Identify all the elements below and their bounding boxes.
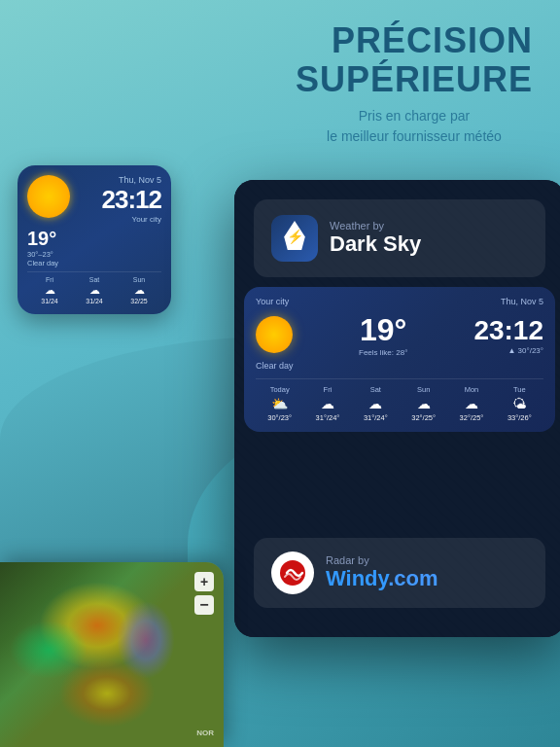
tablet-forecast-sun: Sun ☁ 32°/25°	[400, 385, 447, 422]
page-title-line1: PRÉCISION	[296, 21, 533, 60]
small-widget-time: 23:12	[102, 185, 162, 215]
subtitle-line1: Pris en charge par	[359, 108, 470, 124]
tablet-weather-widget: Your city Thu, Nov 5 19° Feels like: 28°…	[244, 287, 555, 432]
radar-zoom-out-button[interactable]: −	[194, 595, 214, 615]
radar-map: NOR + −	[0, 562, 224, 747]
small-forecast-sat: Sat ☁ 31/24	[72, 276, 117, 304]
tablet-screen: ⚡ Weather by Dark Sky Your city Thu, Nov…	[234, 180, 560, 637]
small-widget-forecast: Fri ☁ 31/24 Sat ☁ 31/24 Sun ☁ 32/25	[27, 271, 161, 304]
windy-panel: Radar by Windy.com	[254, 538, 545, 608]
tablet-temp-block: 19° Feels like: 28°	[359, 312, 407, 357]
dark-sky-panel: ⚡ Weather by Dark Sky	[254, 199, 545, 277]
page-title-line2: SUPÉRIEURE	[296, 60, 533, 99]
tablet-forecast-sat: Sat ☁ 31°/24°	[352, 385, 400, 422]
windy-text: Radar by Windy.com	[326, 554, 438, 591]
small-widget-header: Thu, Nov 5 23:12 Your city	[27, 175, 161, 224]
tablet-weather-header: Your city Thu, Nov 5	[256, 297, 543, 306]
tablet-condition: Clear day	[256, 361, 543, 371]
windy-logo	[271, 551, 314, 594]
weather-by-label: Weather by	[330, 220, 421, 231]
small-widget-temp: 19°	[27, 228, 58, 250]
tablet-city: Your city	[256, 297, 289, 306]
tablet-feels-like: Feels like: 28°	[359, 348, 407, 357]
tablet-weather-main: 19° Feels like: 28° 23:12 ▲ 30°/23°	[256, 312, 543, 357]
small-forecast-sun: Sun ☁ 32/25	[117, 276, 161, 304]
small-widget-city: Your city	[102, 215, 162, 224]
tablet-sun-icon	[256, 316, 293, 353]
tablet-time-block: 23:12 ▲ 30°/23°	[473, 315, 543, 355]
tablet-forecast-fri: Fri ☁ 31°/24°	[303, 385, 351, 422]
small-widget-bottom: 19° 30°–23° Clear day	[27, 228, 161, 267]
tablet-forecast-mon: Mon ☁ 32°/25°	[447, 385, 495, 422]
small-widget-temp-block: 19° 30°–23° Clear day	[27, 228, 58, 267]
radar-map-label: NOR	[196, 729, 214, 737]
windy-name: Windy.com	[326, 566, 438, 591]
small-forecast-fri: Fri ☁ 31/24	[27, 276, 72, 304]
app-screen: PRÉCISION SUPÉRIEURE Pris en charge par …	[0, 0, 560, 747]
lightning-icon: ⚡	[287, 229, 303, 244]
header-subtitle: Pris en charge par le meilleur fournisse…	[296, 106, 533, 147]
tablet-device: ⚡ Weather by Dark Sky Your city Thu, Nov…	[234, 180, 560, 637]
tablet-date: Thu, Nov 5	[501, 297, 543, 306]
small-widget-time-block: Thu, Nov 5 23:12 Your city	[102, 175, 162, 224]
dark-sky-name: Dark Sky	[330, 231, 421, 257]
small-widget-date: Thu, Nov 5	[102, 175, 162, 185]
radar-map-background: NOR + −	[0, 562, 224, 747]
radar-by-label: Radar by	[326, 554, 438, 566]
tablet-main-temp: 19°	[359, 312, 407, 348]
small-widget-range: 30°–23°	[27, 250, 58, 259]
tablet-forecast-today: Today ⛅ 30°/23°	[256, 385, 303, 422]
subtitle-line2: le meilleur fournisseur météo	[327, 128, 502, 144]
tablet-forecast-tue: Tue 🌤 33°/26°	[496, 385, 543, 422]
dark-sky-logo: ⚡	[271, 215, 318, 262]
header-section: PRÉCISION SUPÉRIEURE Pris en charge par …	[296, 21, 533, 147]
radar-zoom-in-button[interactable]: +	[194, 572, 214, 591]
small-weather-widget: Thu, Nov 5 23:12 Your city 19° 30°–23° C…	[18, 165, 171, 314]
tablet-forecast-row: Today ⛅ 30°/23° Fri ☁ 31°/24° Sat ☁ 31°/…	[256, 378, 543, 422]
small-widget-condition: Clear day	[27, 259, 58, 267]
tablet-minmax: ▲ 30°/23°	[473, 346, 543, 355]
tablet-main-time: 23:12	[473, 315, 543, 346]
sun-icon	[27, 175, 70, 218]
radar-blob-yellow	[58, 659, 156, 728]
dark-sky-text: Weather by Dark Sky	[330, 220, 421, 257]
